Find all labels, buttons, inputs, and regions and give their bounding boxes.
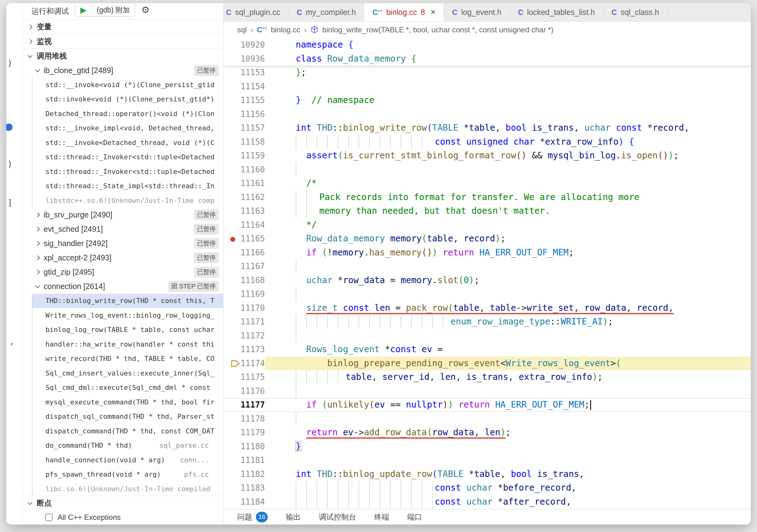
code-line[interactable]: 11159 assert(is_current_stmt_binlog_form… — [224, 149, 751, 163]
thread-row[interactable]: sig_handler [2492]已暂停 — [23, 236, 223, 251]
line-number[interactable]: 11176 — [224, 384, 265, 398]
stack-frame[interactable]: std::thread::_Invoker<std::tuple<Detache… — [32, 164, 223, 179]
line-number[interactable]: 11156 — [224, 107, 265, 121]
code-line[interactable]: 11174 binlog_prepare_pending_rows_event<… — [224, 357, 751, 370]
code-line[interactable]: 11163 memory than needed, but that doesn… — [224, 204, 751, 218]
line-number[interactable]: 11182 — [224, 467, 265, 481]
panel-tab-调试控制台[interactable]: 调试控制台 — [319, 512, 356, 522]
stack-frame[interactable]: binlog_log_row(TABLE * table, const ucha… — [32, 323, 223, 337]
thread-row[interactable]: ib_clone_gtid [2489]已暂停 — [23, 63, 223, 77]
code-line[interactable]: 11181 — [224, 453, 751, 467]
stack-frame[interactable]: THD::binlog_write_row(THD * const this, … — [32, 294, 223, 308]
start-debug-button[interactable]: ▶ — [80, 5, 86, 15]
stack-frame[interactable]: std::__invoke<void (*)(Clone_persist_gti… — [32, 77, 223, 92]
code-line[interactable]: 11164 */ — [224, 218, 751, 232]
code-line[interactable]: 11155} // namespace — [224, 93, 751, 107]
code-line[interactable]: 11173 Rows_log_event *const ev = — [224, 342, 751, 357]
breadcrumb-item-symbol[interactable]: binlog_write_row(TABLE *, bool, uchar co… — [322, 25, 554, 34]
stack-frame[interactable]: mysql_execute_command(THD * thd, bool fi… — [32, 395, 223, 409]
tab-sql_plugin.cc[interactable]: Csql_plugin.cc — [224, 3, 288, 21]
stack-frame[interactable]: handler::ha_write_row(handler * const th… — [32, 337, 223, 352]
code-line[interactable]: 11170 size_t const len = pack_row(table,… — [224, 301, 751, 315]
line-number[interactable]: 11153 — [224, 66, 265, 80]
tab-binlog.cc[interactable]: C++binlog.cc8× — [364, 3, 444, 21]
section-breakpoints[interactable]: 断点 — [23, 496, 223, 510]
code-line[interactable]: 11158 const unsigned char *extra_row_inf… — [224, 135, 751, 149]
line-number[interactable]: 11174 — [224, 357, 265, 370]
section-call-stack[interactable]: 调用堆栈 — [23, 48, 223, 63]
code-line[interactable]: 10936class Row_data_memory { — [224, 52, 751, 66]
stack-frame[interactable]: std::thread::_Invoker<std::tuple<Detache… — [32, 150, 223, 164]
stack-frame[interactable]: libc.so.6![Unknown/Just-In-Time compiled — [32, 482, 223, 496]
stack-frame[interactable]: std::__invoke_impl<void, Detached_thread… — [32, 121, 223, 136]
line-number[interactable]: 11160 — [224, 163, 265, 177]
tab-locked_tables_list.h[interactable]: Clocked_tables_list.h — [510, 3, 604, 21]
code-line[interactable]: 11168 uchar *row_data = memory.slot(0); — [224, 274, 751, 287]
line-number[interactable]: 11168 — [224, 274, 265, 287]
line-number[interactable]: 11158 — [224, 135, 265, 149]
code-line[interactable]: 11180} — [224, 440, 751, 454]
thread-row[interactable]: ib_srv_purge [2490]已暂停 — [23, 208, 223, 222]
code-line[interactable]: 11154 — [224, 80, 751, 94]
section-variables[interactable]: 变量 — [23, 19, 223, 34]
line-number[interactable]: 11184 — [224, 495, 265, 509]
code-line[interactable]: 11171enum_row_image_type::WRITE_AI); — [224, 315, 751, 329]
line-number[interactable]: 11159 — [224, 149, 265, 163]
panel-tab-端口[interactable]: 端口 — [407, 512, 422, 522]
line-number[interactable]: 11179 — [224, 426, 265, 440]
stack-frame[interactable]: Sql_cmd_dml::execute(Sql_cmd_dml * const — [32, 380, 223, 395]
line-number[interactable]: 11172 — [224, 329, 265, 343]
code-line[interactable]: 11178 — [224, 412, 751, 426]
line-number[interactable]: 11154 — [224, 80, 265, 94]
code-line[interactable]: 10920namespace { — [224, 38, 751, 52]
line-number[interactable]: 11180 — [224, 440, 265, 454]
line-number[interactable]: 11161 — [224, 176, 265, 191]
gear-icon[interactable]: ⚙ — [141, 4, 150, 15]
line-number[interactable]: 11169 — [224, 287, 265, 301]
thread-row[interactable]: evt_sched [2491]已暂停 — [23, 222, 223, 236]
stack-frame[interactable]: std::invoke<void (*)(Clone_persist_gtid*… — [32, 92, 223, 107]
panel-tab-输出[interactable]: 输出 — [286, 512, 301, 522]
code-editor[interactable]: 10920namespace {10936class Row_data_memo… — [224, 38, 751, 509]
line-number[interactable]: 11166 — [224, 246, 265, 260]
line-number[interactable]: 10936 — [224, 52, 265, 66]
breakpoint-icon[interactable]: ● — [230, 232, 235, 246]
panel-tab-问题[interactable]: 问题16 — [237, 512, 268, 522]
code-line[interactable]: 11160 — [224, 163, 751, 177]
stack-frame[interactable]: dispatch_sql_command(THD * thd, Parser_s… — [32, 409, 223, 424]
breakpoint-item[interactable]: All C++ Exceptions — [23, 510, 223, 524]
line-number[interactable]: 10920 — [224, 38, 265, 52]
line-number[interactable]: 11164 — [224, 218, 265, 232]
tab-my_compiler.h[interactable]: Cmy_compiler.h — [288, 3, 365, 21]
line-number[interactable]: 11175 — [224, 370, 265, 384]
section-watch[interactable]: 监视 — [23, 34, 223, 48]
code-line[interactable]: 11153}; — [224, 66, 751, 80]
stack-frame[interactable]: std::__invoke<Detached_thread, void (*)(… — [32, 135, 223, 150]
stack-frame[interactable]: pfs_spawn_thread(void * arg)pfs.cc — [32, 467, 223, 482]
tab-sql_class.h[interactable]: Csql_class.h — [603, 3, 667, 21]
code-line[interactable]: 11167 — [224, 259, 751, 274]
line-number[interactable]: 11162 — [224, 191, 265, 204]
stack-frame[interactable]: do_command(THD * thd)sql_parse.cc — [32, 438, 223, 453]
code-line[interactable]: 11175table, server_id, len, is_trans, ex… — [224, 370, 751, 384]
code-line[interactable]: 11179 return ev->add_row_data(row_data, … — [224, 426, 751, 440]
code-line[interactable]: 11156 — [224, 107, 751, 121]
line-number[interactable]: 11183 — [224, 481, 265, 495]
line-number[interactable]: 11163 — [224, 204, 265, 218]
line-number[interactable]: 11170 — [224, 301, 265, 315]
line-number[interactable]: 11173 — [224, 342, 265, 357]
breakpoint-checkbox[interactable] — [45, 514, 53, 521]
breadcrumb-item-sql[interactable]: sql — [237, 25, 247, 34]
breadcrumb-item-file[interactable]: binlog.cc — [271, 25, 300, 34]
sticky-scroll-lines[interactable]: 10920namespace {10936class Row_data_memo… — [224, 38, 751, 66]
stack-frame[interactable]: std::thread::_State_impl<std::thread::_I… — [32, 179, 223, 193]
stack-frame[interactable]: Sql_cmd_insert_values::execute_inner(Sql… — [32, 366, 223, 380]
code-line[interactable]: 11184const uchar *after_record, — [224, 495, 751, 509]
code-line[interactable]: 11183const uchar *before_record, — [224, 481, 751, 495]
launch-config-dropdown[interactable]: (gdb) 附加 — [97, 5, 130, 15]
code-line[interactable]: 11182int THD::binlog_update_row(TABLE *t… — [224, 467, 751, 481]
stack-frame[interactable]: handle_connection(void * arg)conn... — [32, 453, 223, 467]
code-line[interactable]: 11162 Pack records into format for trans… — [224, 191, 751, 204]
stack-frame[interactable]: libstdc++.so.6![Unknown/Just-In-Time com… — [32, 193, 223, 208]
code-line[interactable]: 11169 — [224, 287, 751, 301]
